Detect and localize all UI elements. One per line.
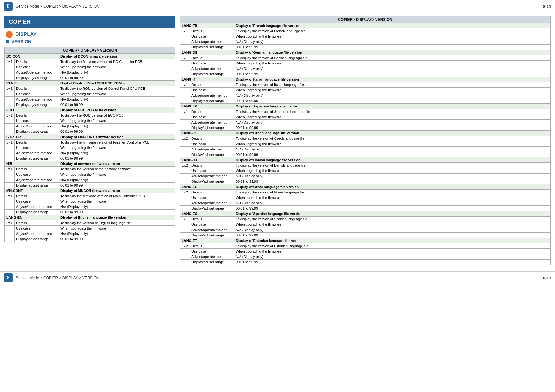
- row-level: [5, 156, 15, 161]
- left-table: COPIER> DISPLAY> VERSION DC-CONDisplay o…: [4, 47, 175, 242]
- section-desc: Display of DCON firmware version: [59, 54, 175, 59]
- row-item: Adj/set/operate method: [14, 204, 59, 210]
- row-desc: N/A (Display only): [234, 120, 550, 125]
- row-desc: N/A (Display only): [59, 204, 175, 210]
- page-header: 8 Service Mode > COPIER > DISPLAY > VERS…: [0, 0, 555, 13]
- row-level: [180, 34, 190, 39]
- row-item: Use case: [190, 249, 234, 254]
- row-level: [180, 114, 190, 120]
- row-item: Details: [190, 109, 234, 114]
- row-level: Lv.1: [5, 59, 15, 64]
- row-desc: To display the firmware version of Finis…: [59, 140, 175, 145]
- row-desc: When upgrading the firmware: [59, 64, 175, 70]
- row-item: Adj/set/operate method: [190, 120, 234, 125]
- row-desc: 00.01 to 99.99: [59, 236, 175, 242]
- row-level: [180, 66, 190, 71]
- row-desc: To display the firmware version of Main …: [59, 193, 175, 199]
- row-desc: When upgrading the firmware: [59, 118, 175, 124]
- row-level: [5, 231, 15, 236]
- right-table: COPIER> DISPLAY> VERSION LANG-FRDisplay …: [180, 16, 551, 265]
- row-item: Display/adj/set range: [14, 129, 59, 134]
- row-item: Display/adj/set range: [190, 71, 234, 77]
- row-desc: N/A (Display only): [234, 254, 550, 260]
- footer-badge: 8: [4, 273, 13, 282]
- row-level: [180, 39, 190, 45]
- row-item: Use case: [190, 195, 234, 200]
- row-item: Display/adj/set range: [190, 179, 234, 184]
- row-item: Details: [14, 86, 59, 91]
- row-level: [180, 206, 190, 211]
- row-level: Lv.2: [180, 163, 190, 168]
- section-desc: Display of Estonian language file ver: [234, 238, 550, 243]
- row-item: Details: [190, 82, 234, 88]
- row-level: [5, 177, 15, 183]
- display-section: DISPLAY: [4, 31, 175, 38]
- row-level: Lv.2: [180, 136, 190, 141]
- row-desc: 00.01 to 99.99: [59, 183, 175, 188]
- row-desc: When upgrading the firmware: [234, 88, 550, 93]
- row-item: Use case: [14, 91, 59, 97]
- row-level: [180, 233, 190, 238]
- header-badge: 8: [4, 2, 13, 11]
- section-desc: Display of MNCON firmware version: [59, 188, 175, 193]
- row-desc: 00.01 to 99.99: [234, 206, 550, 211]
- section-desc: Display of English language file version: [59, 215, 175, 220]
- row-desc: When upgrading the firmware: [234, 141, 550, 147]
- section-label: LANG-ET: [180, 238, 234, 243]
- row-level: [180, 152, 190, 157]
- row-desc: When upgrading the firmware: [234, 195, 550, 200]
- row-item: Details: [190, 243, 234, 249]
- section-label: NIB: [5, 161, 59, 167]
- section-desc: Display of ECO PCB ROM version: [59, 107, 175, 113]
- row-item: Adj/set/operate method: [14, 97, 59, 102]
- version-title: VERSION: [11, 39, 31, 44]
- row-item: Adj/set/operate method: [14, 177, 59, 183]
- row-desc: To display the version of the network so…: [59, 167, 175, 172]
- row-item: Display/adj/set range: [190, 206, 234, 211]
- row-item: Adj/set/operate method: [190, 147, 234, 152]
- row-item: Display/adj/set range: [190, 233, 234, 238]
- row-level: [180, 200, 190, 206]
- row-level: Lv.1: [5, 86, 15, 91]
- row-desc: To display the version of English langua…: [59, 220, 175, 226]
- section-label: LANG-EL: [180, 184, 234, 190]
- row-desc: N/A (Display only): [234, 174, 550, 179]
- copier-title: COPIER: [4, 16, 175, 28]
- row-level: [180, 147, 190, 152]
- row-item: Use case: [14, 172, 59, 177]
- footer-breadcrumb: Service Mode > COPIER > DISPLAY > VERSIO…: [16, 276, 99, 280]
- section-label: MN-CONT: [5, 188, 59, 193]
- row-level: [5, 199, 15, 204]
- row-desc: When upgrading the firmware: [59, 145, 175, 150]
- row-level: [5, 91, 15, 97]
- row-level: [180, 120, 190, 125]
- row-item: Use case: [14, 226, 59, 231]
- row-desc: When upgrading the firmware: [59, 226, 175, 231]
- row-item: Display/adj/set range: [190, 260, 234, 265]
- section-desc: Display of Greek language file version: [234, 184, 550, 190]
- row-level: Lv.1: [5, 220, 15, 226]
- display-title: DISPLAY: [15, 32, 37, 37]
- row-level: [180, 98, 190, 104]
- row-desc: N/A (Display only): [59, 97, 175, 102]
- row-level: [5, 75, 15, 81]
- row-desc: N/A (Display only): [59, 231, 175, 236]
- row-desc: To display the version of Estonian langu…: [234, 243, 550, 249]
- section-desc: Display of Italian language file version: [234, 77, 550, 82]
- row-desc: When upgrading the firmware: [234, 222, 550, 227]
- row-desc: To display the version of Italian langua…: [234, 82, 550, 88]
- row-desc: N/A (Display only): [234, 147, 550, 152]
- row-item: Details: [14, 167, 59, 172]
- row-desc: 00.01 to 99.99: [59, 156, 175, 161]
- section-label: LANG-DE: [180, 50, 234, 55]
- row-desc: 00.01 to 99.99: [59, 129, 175, 134]
- section-desc: Dspl of Control Panel CPU PCB ROM ver: [59, 81, 175, 86]
- row-item: Display/adj/set range: [14, 210, 59, 215]
- row-level: Lv.1: [5, 193, 15, 199]
- row-item: Display/adj/set range: [190, 152, 234, 157]
- row-level: [5, 129, 15, 134]
- row-item: Use case: [190, 88, 234, 93]
- row-level: [5, 102, 15, 107]
- row-desc: 00.01 to 99.99: [234, 98, 550, 104]
- row-level: [5, 118, 15, 124]
